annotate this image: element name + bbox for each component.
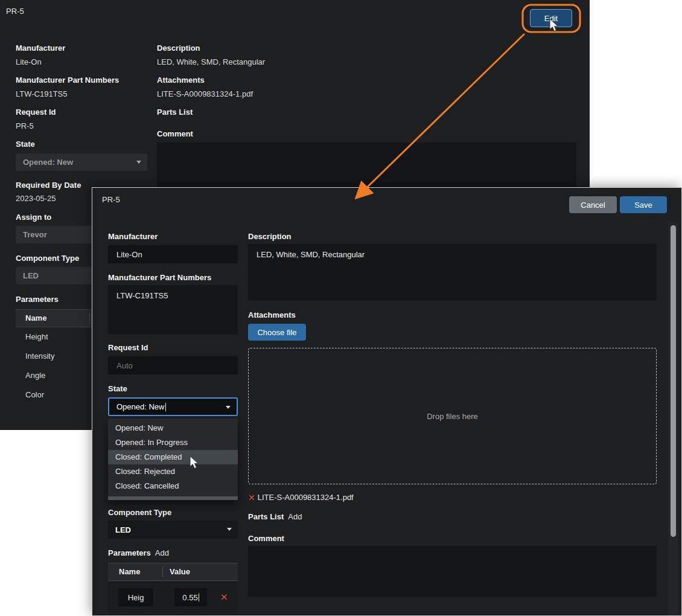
- request-id-label: Request Id: [16, 107, 56, 117]
- parameters-edit-table: Name Value 0.55 ✕: [108, 563, 238, 616]
- modal-title: PR-5: [102, 195, 120, 204]
- state-select-value: Opened: New: [23, 158, 73, 167]
- description-value: LED, White, SMD, Rectangular: [157, 57, 265, 66]
- manufacturer-label: Manufacturer: [108, 232, 158, 241]
- attachment-filename: LITE-S-A0009831324-1.pdf: [258, 493, 354, 502]
- chevron-down-icon: [227, 528, 232, 531]
- component-type-label: Component Type: [108, 508, 171, 517]
- description-textarea[interactable]: LED, White, SMD, Rectangular: [248, 244, 657, 301]
- param-value-text: 0.55: [182, 593, 197, 602]
- parameters-edit-table-header: Name Value: [108, 563, 238, 581]
- choose-file-button[interactable]: Choose file: [248, 324, 306, 341]
- edit-button[interactable]: Edit: [530, 9, 572, 27]
- save-button[interactable]: Save: [620, 196, 667, 213]
- name-column-header: Name: [16, 313, 46, 322]
- required-by-label: Required By Date: [16, 181, 81, 190]
- state-option[interactable]: Opened: In Progress: [108, 435, 238, 450]
- comment-label: Comment: [248, 534, 284, 543]
- assign-to-select-value: Trevor: [23, 230, 47, 239]
- add-parameter-link[interactable]: Add: [155, 548, 169, 557]
- param-value-input[interactable]: 0.55: [174, 588, 207, 606]
- state-select[interactable]: Opened: New: [16, 153, 147, 171]
- required-by-value: 2023-05-25: [16, 194, 56, 203]
- remove-attachment-icon[interactable]: ✕: [248, 493, 255, 502]
- value-column-header: Value: [170, 563, 190, 580]
- add-parts-list-link[interactable]: Add: [288, 512, 302, 521]
- comment-label: Comment: [157, 129, 193, 138]
- text-cursor: [199, 594, 199, 602]
- state-combobox-value: Opened: New: [116, 402, 165, 411]
- state-label: State: [108, 384, 127, 393]
- state-options-menu: Opened: New Opened: In Progress Closed: …: [108, 419, 238, 500]
- edit-modal: PR-5 Cancel Save Manufacturer Manufactur…: [92, 187, 682, 616]
- manufacturer-value: Lite-On: [16, 57, 42, 66]
- text-cursor: [165, 403, 166, 411]
- parameters-label-row: ParametersAdd: [108, 548, 169, 557]
- state-option-highlighted[interactable]: Closed: Completed: [108, 450, 238, 464]
- manufacturer-label: Manufacturer: [16, 43, 65, 53]
- page-title: PR-5: [6, 7, 24, 16]
- attachment-filename: LITE-S-A0009831324-1.pdf: [157, 89, 253, 98]
- mpn-textarea[interactable]: LTW-C191TS5: [108, 285, 238, 335]
- cancel-button[interactable]: Cancel: [569, 196, 617, 213]
- parameters-label: Parameters: [108, 548, 151, 557]
- param-name-input[interactable]: [118, 588, 153, 606]
- manufacturer-input[interactable]: [108, 245, 238, 263]
- component-type-select[interactable]: LED: [108, 521, 238, 539]
- state-label: State: [16, 140, 35, 149]
- parts-list-label-row: Parts ListAdd: [248, 512, 302, 521]
- component-type-select-value: LED: [23, 271, 39, 280]
- parts-list-label: Parts List: [157, 107, 193, 117]
- request-id-input[interactable]: [108, 356, 238, 374]
- state-combobox[interactable]: Opened: New: [108, 397, 238, 416]
- mpn-label: Manufacturer Part Numbers: [108, 273, 211, 282]
- comment-textarea[interactable]: [248, 546, 657, 597]
- request-id-value: PR-5: [16, 121, 34, 130]
- mpn-label: Manufacturer Part Numbers: [16, 75, 119, 85]
- name-column-header: Name: [108, 567, 140, 576]
- attachment-item: ✕ LITE-S-A0009831324-1.pdf: [248, 493, 354, 502]
- parameters-edit-table-body: 0.55 ✕: [108, 581, 238, 616]
- screenshot-root: PR-5 Edit Manufacturer Lite-On Manufactu…: [0, 0, 682, 616]
- dropzone-text: Drop files here: [427, 412, 478, 421]
- attachments-label: Attachments: [157, 75, 205, 85]
- attachments-label: Attachments: [248, 310, 296, 319]
- mpn-value: LTW-C191TS5: [16, 89, 68, 98]
- description-label: Description: [248, 232, 292, 241]
- parameters-label: Parameters: [16, 295, 59, 304]
- delete-row-icon[interactable]: ✕: [220, 592, 228, 602]
- file-dropzone[interactable]: Drop files here: [248, 348, 657, 484]
- parts-list-label: Parts List: [248, 512, 284, 521]
- menu-scrollbar[interactable]: [108, 496, 238, 500]
- column-divider: [162, 566, 163, 577]
- component-type-select-value: LED: [115, 525, 131, 534]
- assign-to-label: Assign to: [16, 213, 51, 222]
- state-option[interactable]: Opened: New: [108, 421, 238, 435]
- chevron-down-icon: [136, 161, 141, 164]
- chevron-down-icon: [226, 406, 231, 409]
- state-option[interactable]: Closed: Cancelled: [108, 479, 238, 493]
- request-id-label: Request Id: [108, 343, 148, 352]
- column-divider: [89, 313, 90, 324]
- state-option[interactable]: Closed: Rejected: [108, 464, 238, 479]
- description-label: Description: [157, 43, 200, 53]
- component-type-label: Component Type: [16, 254, 79, 263]
- modal-scrollbar-thumb[interactable]: [671, 225, 676, 537]
